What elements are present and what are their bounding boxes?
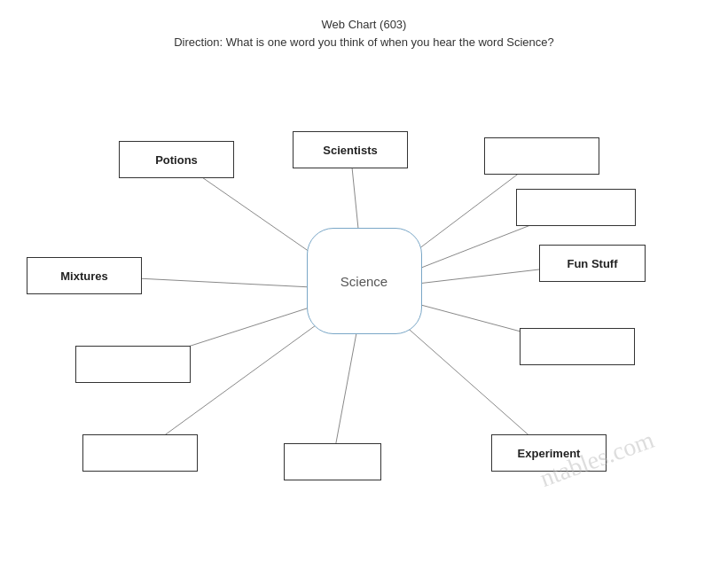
header-title: Web Chart (603): [0, 16, 728, 34]
branch-box-box-empty-topleft[interactable]: [75, 346, 191, 383]
branch-box-box-empty-topright1[interactable]: [484, 137, 599, 175]
branch-box-mixtures[interactable]: Mixtures: [27, 257, 142, 294]
branch-box-box-empty-topright2[interactable]: [516, 189, 636, 226]
branch-box-experiment[interactable]: Experiment: [491, 434, 607, 472]
center-node: Science: [307, 228, 422, 334]
center-label: Science: [341, 274, 387, 289]
page: Web Chart (603) Direction: What is one w…: [0, 0, 728, 562]
branch-box-box-empty-rightmid[interactable]: [520, 328, 635, 365]
branch-box-scientists[interactable]: Scientists: [293, 131, 408, 168]
branch-box-box-empty-bottomleft[interactable]: [82, 434, 198, 472]
branch-box-box-empty-bottom[interactable]: [284, 443, 381, 480]
branch-box-fun-stuff[interactable]: Fun Stuff: [539, 245, 646, 282]
header: Web Chart (603) Direction: What is one w…: [0, 0, 728, 51]
header-direction: Direction: What is one word you think of…: [0, 34, 728, 51]
branch-box-potions[interactable]: Potions: [119, 141, 234, 178]
